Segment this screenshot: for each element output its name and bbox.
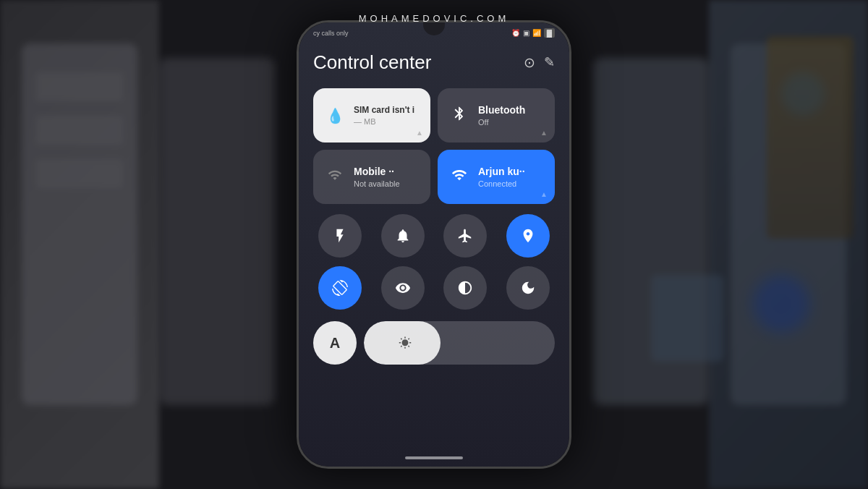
mobile-sublabel: Not available xyxy=(354,179,400,188)
phone-frame: cy calls only ⏰ ▣ 📶 ▓ Control center ⊙ ✎… xyxy=(297,20,571,469)
autorotate-button[interactable] xyxy=(318,266,362,310)
bluetooth-tile[interactable]: Bluetooth Off ▲ xyxy=(438,88,555,143)
sim-sublabel: — MB xyxy=(354,117,414,126)
wifi-arrow: ▲ xyxy=(540,190,548,198)
battery-icon: ▓ xyxy=(544,28,555,38)
contrast-button[interactable] xyxy=(443,266,487,310)
sim-label: SIM card isn't i xyxy=(354,105,414,115)
quick-row-1 xyxy=(313,214,555,258)
screen: cy calls only ⏰ ▣ 📶 ▓ Control center ⊙ ✎… xyxy=(299,22,569,467)
bluetooth-icon xyxy=(449,106,469,126)
mobile-label: Mobile ·· xyxy=(354,166,400,178)
wifi-tile[interactable]: Arjun ku·· Connected ▲ xyxy=(438,150,555,204)
cc-title: Control center xyxy=(313,51,431,74)
screen-icon: ▣ xyxy=(523,29,529,37)
brightness-fill xyxy=(364,321,441,365)
flashlight-button[interactable] xyxy=(318,214,362,258)
status-right: ⏰ ▣ 📶 ▓ xyxy=(511,28,555,38)
night-mode-button[interactable] xyxy=(506,266,550,310)
wifi-tile-icon xyxy=(449,167,469,187)
quick-row-2 xyxy=(313,266,555,310)
bluetooth-info: Bluetooth Off xyxy=(478,104,525,127)
wifi-info: Arjun ku·· Connected xyxy=(478,166,525,188)
sim-info: SIM card isn't i — MB xyxy=(354,105,414,125)
wifi-status-icon: 📶 xyxy=(532,29,541,37)
alarm-icon: ⏰ xyxy=(511,29,520,37)
status-left: cy calls only xyxy=(313,30,349,37)
sim-arrow: ▲ xyxy=(416,129,423,137)
home-indicator xyxy=(405,456,463,459)
edit-icon[interactable]: ✎ xyxy=(544,54,555,71)
location-button[interactable] xyxy=(506,214,550,258)
mobile-tile[interactable]: Mobile ·· Not available xyxy=(313,150,430,204)
tiles-grid: 💧 SIM card isn't i — MB ▲ Bluetooth Off xyxy=(313,88,555,204)
bluetooth-label: Bluetooth xyxy=(478,104,525,116)
brightness-slider[interactable] xyxy=(364,321,555,365)
cc-header-icons: ⊙ ✎ xyxy=(524,54,555,71)
reading-mode-button[interactable] xyxy=(381,266,425,310)
bluetooth-sublabel: Off xyxy=(478,118,525,127)
font-button[interactable]: A xyxy=(313,321,357,365)
mobile-info: Mobile ·· Not available xyxy=(354,166,400,188)
airplane-button[interactable] xyxy=(443,214,487,258)
wifi-sublabel: Connected xyxy=(478,179,525,188)
bluetooth-arrow: ▲ xyxy=(540,129,548,137)
wifi-label: Arjun ku·· xyxy=(478,166,525,178)
settings-icon[interactable]: ⊙ xyxy=(524,54,535,71)
mobile-icon xyxy=(325,168,345,186)
bottom-controls: A xyxy=(313,321,555,365)
cc-header: Control center ⊙ ✎ xyxy=(313,51,555,74)
bell-button[interactable] xyxy=(381,214,425,258)
watermark: MOHAMEDOVIC.COM xyxy=(359,13,510,24)
sim-tile[interactable]: 💧 SIM card isn't i — MB ▲ xyxy=(313,88,430,143)
sim-icon: 💧 xyxy=(325,107,345,124)
